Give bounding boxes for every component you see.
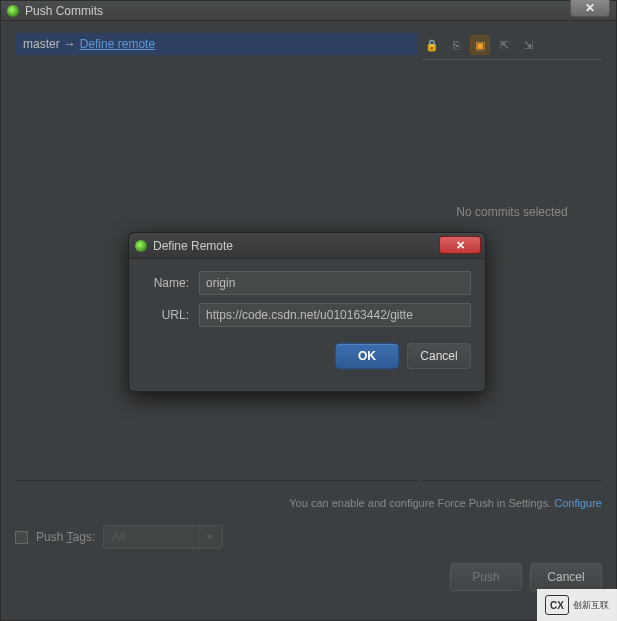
expand-icon[interactable]: ⇱ [494,35,514,55]
force-push-hint: You can enable and configure Force Push … [1,491,616,515]
url-row: URL: [143,303,471,327]
copy-icon[interactable]: ⎘ [446,35,466,55]
push-tags-label: Push Tags: [36,530,95,544]
dialog-title: Push Commits [25,4,103,18]
modal-body: Name: URL: OK Cancel [129,259,485,379]
watermark: CX 创新互联 [537,589,617,621]
watermark-logo: CX [545,595,569,615]
url-field[interactable] [199,303,471,327]
chevron-down-icon: ▼ [199,526,219,548]
push-tags-row: Push Tags: All ▼ [1,515,616,559]
name-label: Name: [143,276,199,290]
modal-buttons: OK Cancel [143,335,471,369]
arrow-icon: → [64,37,76,51]
app-icon [7,5,19,17]
define-remote-link[interactable]: Define remote [80,37,155,51]
cancel-button[interactable]: Cancel [530,563,602,591]
close-icon[interactable]: ✕ [570,0,610,17]
push-tags-select[interactable]: All ▼ [103,525,223,549]
push-tags-checkbox[interactable] [15,531,28,544]
cancel-button[interactable]: Cancel [407,343,471,369]
branch-row[interactable]: master → Define remote [15,33,418,55]
close-icon[interactable]: ✕ [439,236,481,254]
dialog-buttons: Push Cancel [1,559,616,603]
app-icon [135,240,147,252]
lock-icon[interactable]: 🔒 [422,35,442,55]
titlebar[interactable]: Push Commits ✕ [1,1,616,21]
url-label: URL: [143,308,199,322]
group-icon[interactable]: ▣ [470,35,490,55]
no-commits-label: No commits selected [456,205,567,219]
ok-button[interactable]: OK [335,343,399,369]
name-field[interactable] [199,271,471,295]
modal-titlebar[interactable]: Define Remote ✕ [129,233,485,259]
configure-link[interactable]: Configure [554,497,602,509]
toolbar: 🔒 ⎘ ▣ ⇱ ⇲ [422,33,602,59]
hint-text: You can enable and configure Force Push … [289,497,554,509]
modal-title: Define Remote [153,239,233,253]
push-tags-value: All [112,530,125,544]
branch-name: master [23,37,60,51]
define-remote-dialog: Define Remote ✕ Name: URL: OK Cancel [128,232,486,392]
name-row: Name: [143,271,471,295]
collapse-icon[interactable]: ⇲ [518,35,538,55]
push-button[interactable]: Push [450,563,522,591]
watermark-text: 创新互联 [573,599,609,612]
